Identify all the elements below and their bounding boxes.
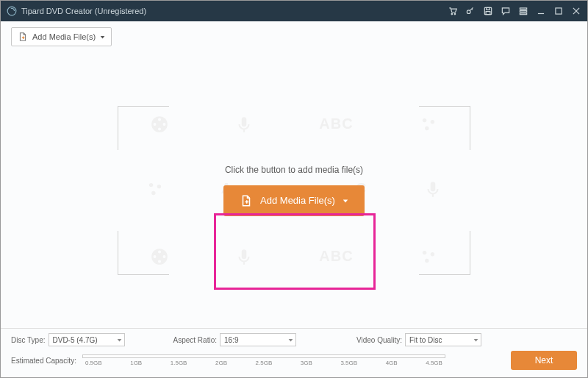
- svg-rect-33: [242, 249, 247, 259]
- caret-down-icon: [473, 338, 478, 343]
- sparkle-icon: [146, 179, 165, 199]
- svg-marker-38: [117, 339, 121, 342]
- mic-icon: [234, 115, 254, 134]
- svg-marker-14: [101, 36, 105, 39]
- video-quality-value: Fit to Disc: [409, 336, 442, 344]
- capacity-tick: 0.5GB: [85, 360, 102, 366]
- abc-text: ABC: [319, 248, 353, 265]
- drop-center: Click the button to add media file(s) Ad…: [223, 165, 365, 216]
- disc-type-select[interactable]: DVD-5 (4.7G): [49, 333, 125, 346]
- svg-rect-5: [487, 7, 490, 10]
- disc-type-value: DVD-5 (4.7G): [53, 336, 98, 344]
- add-media-label: Add Media File(s): [32, 32, 96, 41]
- frame-corner: [118, 106, 169, 150]
- next-label: Next: [535, 355, 553, 365]
- capacity-tick: 3GB: [301, 360, 312, 366]
- svg-rect-9: [520, 13, 526, 15]
- mic-icon: [234, 247, 254, 266]
- svg-marker-37: [343, 199, 348, 202]
- svg-rect-11: [556, 8, 562, 14]
- aspect-ratio-label: Aspect Ratio:: [173, 336, 217, 344]
- svg-point-25: [157, 185, 161, 188]
- svg-marker-39: [289, 339, 293, 342]
- app-window: Tipard DVD Creator (Unregistered) Add Me…: [0, 0, 588, 378]
- video-quality-select[interactable]: Fit to Disc: [405, 333, 481, 346]
- capacity-tick: 4.5GB: [426, 360, 442, 366]
- key-icon[interactable]: [464, 4, 477, 18]
- frame-corner: [419, 231, 470, 275]
- video-quality-label: Video Quality:: [356, 336, 402, 344]
- svg-point-3: [467, 10, 470, 14]
- main-area: ABC A X C ABC Click the bu: [1, 52, 587, 328]
- svg-point-24: [149, 182, 153, 186]
- svg-rect-6: [486, 12, 490, 15]
- toolbar: Add Media File(s): [1, 21, 587, 52]
- save-icon[interactable]: [481, 4, 495, 18]
- svg-rect-27: [430, 182, 435, 191]
- footer-options: Disc Type: DVD-5 (4.7G) Aspect Ratio: 16…: [11, 333, 577, 346]
- frame-corner: [419, 106, 470, 150]
- menu-icon[interactable]: [517, 4, 530, 18]
- caret-down-icon: [100, 35, 105, 40]
- footer: Disc Type: DVD-5 (4.7G) Aspect Ratio: 16…: [1, 328, 587, 377]
- capacity-tick: 1.5GB: [171, 360, 187, 366]
- capacity-tick: 3.5GB: [340, 360, 357, 366]
- aspect-ratio-select[interactable]: 16:9: [220, 333, 296, 346]
- cart-icon[interactable]: [446, 4, 459, 18]
- minimize-icon[interactable]: [534, 4, 548, 18]
- file-plus-icon: [18, 32, 28, 42]
- svg-rect-7: [520, 8, 526, 10]
- help-icon[interactable]: [499, 4, 512, 18]
- abc-text: ABC: [319, 115, 353, 132]
- titlebar: Tipard DVD Creator (Unregistered): [1, 1, 587, 21]
- svg-point-2: [454, 13, 456, 15]
- disc-type-label: Disc Type:: [11, 336, 46, 344]
- capacity-gauge: 0.5GB1GB1.5GB2GB2.5GB3GB3.5GB4GB4.5GB: [82, 354, 445, 366]
- add-media-big-label: Add Media File(s): [260, 195, 335, 206]
- capacity-label: Estimated Capacity:: [11, 357, 76, 365]
- frame-corner: [118, 231, 169, 275]
- window-title: Tipard DVD Creator (Unregistered): [21, 7, 146, 15]
- svg-point-1: [451, 13, 453, 15]
- caret-down-icon: [117, 338, 122, 343]
- capacity-tick: 4GB: [386, 360, 398, 366]
- drop-hint: Click the button to add media file(s): [223, 165, 365, 175]
- capacity-tick: 1GB: [130, 360, 142, 366]
- add-media-button[interactable]: Add Media File(s): [11, 27, 112, 46]
- footer-capacity-row: Estimated Capacity: 0.5GB1GB1.5GB2GB2.5G…: [11, 351, 577, 370]
- close-icon[interactable]: [570, 4, 583, 18]
- capacity-tick: 2.5GB: [256, 360, 273, 366]
- caret-down-icon: [288, 338, 293, 343]
- svg-rect-8: [520, 10, 526, 12]
- app-logo-icon: [7, 6, 17, 16]
- svg-point-26: [151, 190, 155, 194]
- drop-zone[interactable]: ABC A X C ABC Click the bu: [118, 106, 470, 275]
- maximize-icon[interactable]: [552, 4, 565, 18]
- svg-marker-40: [474, 339, 478, 342]
- aspect-ratio-value: 16:9: [224, 336, 238, 344]
- add-media-big-button[interactable]: Add Media File(s): [223, 185, 365, 216]
- mic-icon: [423, 179, 442, 199]
- caret-down-icon: [343, 198, 348, 204]
- next-button[interactable]: Next: [511, 351, 577, 370]
- capacity-tick: 2GB: [215, 360, 227, 366]
- svg-rect-20: [242, 117, 247, 126]
- file-plus-icon: [240, 194, 253, 207]
